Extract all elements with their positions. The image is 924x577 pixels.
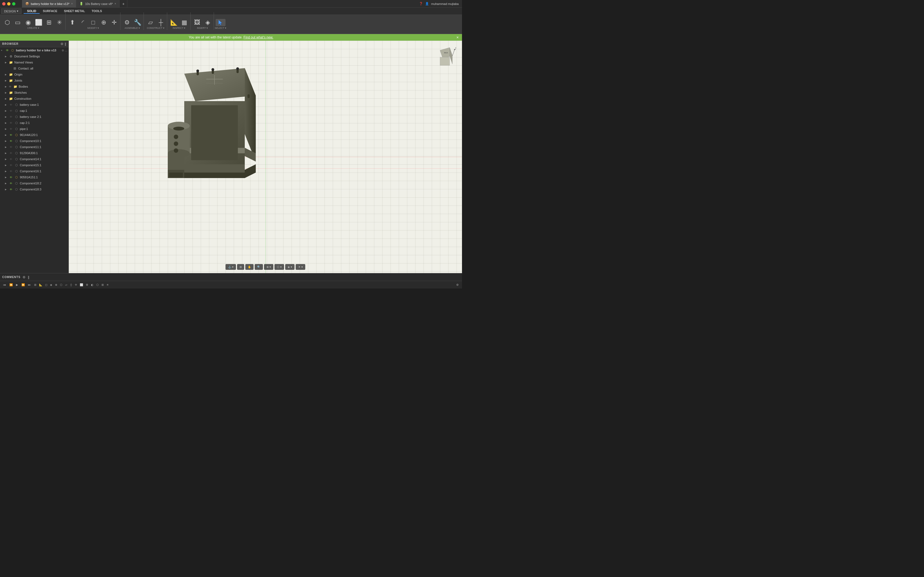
c182-visibility-icon[interactable]: 👁 bbox=[9, 181, 13, 185]
close-button[interactable] bbox=[2, 2, 5, 5]
tree-construction[interactable]: ▶ 📁 Construction bbox=[0, 96, 68, 102]
new-tab-button[interactable]: + bbox=[120, 0, 127, 7]
display-mode-button[interactable]: ⬡ ▾ bbox=[275, 264, 284, 270]
91290-visibility-icon[interactable]: 👁 bbox=[9, 151, 13, 155]
tree-component16-1[interactable]: ▶ 👁 ⬡ Component16:1 bbox=[0, 168, 68, 174]
help-icon[interactable]: ❓ bbox=[419, 2, 423, 5]
camera-button[interactable]: ⚓ ▾ bbox=[226, 264, 236, 270]
bc1-visibility-icon[interactable]: 👁 bbox=[9, 103, 13, 107]
c16-visibility-icon[interactable]: 👁 bbox=[9, 169, 13, 173]
bodies-visibility-icon[interactable]: 👁 bbox=[9, 85, 13, 88]
more-create-button[interactable]: ✳ bbox=[55, 19, 65, 26]
tree-doc-settings[interactable]: ▶ ⚙ Document Settings bbox=[0, 53, 68, 60]
zebra-button[interactable]: ▦ bbox=[179, 19, 189, 26]
timeline-tool-8[interactable]: ┼ bbox=[69, 283, 73, 287]
browser-collapse-icon[interactable]: ‖ bbox=[65, 42, 66, 46]
tree-cap-2-1[interactable]: ▶ 👁 ⬡ cap 2:1 bbox=[0, 120, 68, 126]
nav-cube[interactable]: BACK Z bbox=[435, 46, 457, 69]
90591-visibility-icon[interactable]: 👁 bbox=[9, 175, 13, 179]
tree-contact-all[interactable]: ⊞ Contact: all bbox=[0, 65, 68, 71]
c14-visibility-icon[interactable]: 👁 bbox=[9, 157, 13, 161]
tree-origin[interactable]: ▶ 📁 Origin bbox=[0, 71, 68, 77]
timeline-tool-15[interactable]: ✳ bbox=[105, 283, 110, 287]
timeline-settings-button[interactable]: ⚙ bbox=[455, 283, 460, 287]
tab-battery-holder[interactable]: 📦 battery holder for e bike v13* × bbox=[22, 0, 76, 7]
timeline-play-button[interactable]: ▶ bbox=[15, 283, 19, 287]
timeline-start-button[interactable]: ⏮ bbox=[2, 283, 7, 287]
c10-visibility-icon[interactable]: 👁 bbox=[9, 139, 13, 143]
shell-button[interactable]: □ bbox=[88, 19, 98, 26]
timeline-tool-10[interactable]: ⬜ bbox=[79, 283, 84, 287]
tree-component15-1[interactable]: ▶ 👁 ⬡ Component15:1 bbox=[0, 162, 68, 168]
cap21-visibility-icon[interactable]: 👁 bbox=[9, 121, 13, 125]
timeline-tool-13[interactable]: ⬡ bbox=[95, 283, 100, 287]
insert-image-button[interactable]: 🖼 bbox=[192, 19, 202, 26]
timeline-tool-5[interactable]: ⊕ bbox=[54, 283, 58, 287]
bc21-visibility-icon[interactable]: 👁 bbox=[9, 114, 13, 119]
tree-root[interactable]: ▾ 👁 ⬡ battery holder for e bike v13 ⚙ … bbox=[0, 47, 68, 53]
tree-bodies[interactable]: ▶ 👁 📁 Bodies bbox=[0, 84, 68, 90]
timeline-tool-14[interactable]: ⊞ bbox=[100, 283, 105, 287]
select-tool-button[interactable] bbox=[216, 19, 226, 26]
timeline-end-button[interactable]: ⏭ bbox=[27, 283, 32, 287]
minimize-button[interactable] bbox=[7, 2, 10, 5]
tree-cap-1[interactable]: ▶ 👁 ⬡ cap:1 bbox=[0, 108, 68, 114]
notification-close-button[interactable]: × bbox=[457, 35, 459, 40]
insert-mesh-button[interactable]: ◈ bbox=[203, 19, 213, 26]
timeline-tool-1[interactable]: ⊞ bbox=[33, 283, 37, 287]
tree-joints[interactable]: ▶ 📁 Joints bbox=[0, 77, 68, 84]
c15-visibility-icon[interactable]: 👁 bbox=[9, 163, 13, 167]
tree-battery-case-1[interactable]: ▶ 👁 ⬡ battery case:1 bbox=[0, 102, 68, 108]
pipe1-visibility-icon[interactable]: 👁 bbox=[9, 127, 13, 131]
maximize-button[interactable] bbox=[12, 2, 15, 5]
timeline-tool-6[interactable]: ⬡ bbox=[59, 283, 63, 287]
zoom-button[interactable]: 🔍 bbox=[255, 264, 263, 270]
new-component-button[interactable]: ⬡ bbox=[2, 19, 12, 26]
tree-component18-3[interactable]: ▶ 👁 ⬡ Component18:3 bbox=[0, 186, 68, 192]
tab-battery-case[interactable]: 🔋 10s Battery case v8* × bbox=[76, 0, 120, 7]
tree-pipe-1[interactable]: ▶ 👁 ⬡ pipe:1 bbox=[0, 126, 68, 132]
fillet-button[interactable]: ◜ bbox=[78, 19, 88, 26]
root-settings-icon[interactable]: ⚙ bbox=[61, 49, 64, 52]
tree-battery-case-2-1[interactable]: ▶ 👁 ⬡ battery case 2:1 bbox=[0, 114, 68, 120]
tab-close-icon-2[interactable]: × bbox=[115, 2, 116, 5]
tree-named-views[interactable]: ▶ 📁 Named Views bbox=[0, 60, 68, 65]
grid-button[interactable]: ⊞ bbox=[237, 264, 244, 270]
root-overflow-icon[interactable]: … bbox=[65, 49, 67, 52]
create-sketch-button[interactable]: ▭ bbox=[13, 19, 23, 26]
tab-close-icon[interactable]: × bbox=[71, 2, 73, 5]
timeline-tool-7[interactable]: ▱ bbox=[64, 283, 68, 287]
tree-component10-1[interactable]: ▶ 👁 ⬡ Component10:1 bbox=[0, 138, 68, 144]
press-pull-button[interactable]: ⬆ bbox=[67, 19, 77, 26]
browser-settings-icon[interactable]: ⚙ bbox=[60, 42, 63, 46]
render-mode-button[interactable]: ◈ ▾ bbox=[285, 264, 294, 270]
revolve-button[interactable]: ◉ bbox=[23, 19, 33, 26]
extrude-button[interactable]: ⬜ bbox=[34, 19, 44, 26]
tree-component18-2[interactable]: ▶ 👁 ⬡ Component18:2 bbox=[0, 180, 68, 186]
comments-settings-icon[interactable]: ⚙ bbox=[23, 275, 26, 279]
timeline-tool-12[interactable]: ◐ bbox=[90, 283, 95, 287]
timeline-tool-2[interactable]: 📐 bbox=[38, 283, 44, 287]
tree-91290A306-1[interactable]: ▶ 👁 ⬡ 91290A306:1 bbox=[0, 150, 68, 156]
viewport[interactable]: BACK Z ⚓ ▾ ⊞ ✋ 🔍 ⊕ bbox=[69, 41, 462, 273]
axis-button[interactable]: ┼ bbox=[156, 19, 166, 26]
move-button[interactable]: ✛ bbox=[109, 19, 119, 26]
offset-plane-button[interactable]: ▱ bbox=[145, 19, 155, 26]
tree-96144A120-1[interactable]: ▶ 👁 ⬡ 96144A120:1 bbox=[0, 132, 68, 138]
environment-button[interactable]: ☀ ▾ bbox=[296, 264, 305, 270]
pan-button[interactable]: ✋ bbox=[245, 264, 254, 270]
timeline-next-button[interactable]: ⏩ bbox=[20, 283, 26, 287]
timeline-tool-11[interactable]: ⚙ bbox=[85, 283, 89, 287]
pattern-button[interactable]: ⊞ bbox=[44, 19, 54, 26]
comments-collapse-icon[interactable]: ‖ bbox=[28, 275, 29, 279]
tree-sketches[interactable]: ▶ 📁 Sketches bbox=[0, 90, 68, 96]
timeline-prev-button[interactable]: ⏪ bbox=[8, 283, 14, 287]
tree-90591A151-1[interactable]: ▶ 👁 ⬡ 90591A151:1 bbox=[0, 174, 68, 180]
zoom-fit-button[interactable]: ⊕ ▾ bbox=[264, 264, 273, 270]
timeline-tool-4[interactable]: ◈ bbox=[49, 283, 53, 287]
c183-visibility-icon[interactable]: 👁 bbox=[9, 187, 13, 192]
notification-link[interactable]: Find out what's new. bbox=[243, 35, 273, 39]
joint-button[interactable]: ⚙ bbox=[122, 19, 132, 26]
as-built-button[interactable]: 🔧 bbox=[132, 19, 142, 26]
timeline-tool-3[interactable]: ◻ bbox=[44, 283, 48, 287]
